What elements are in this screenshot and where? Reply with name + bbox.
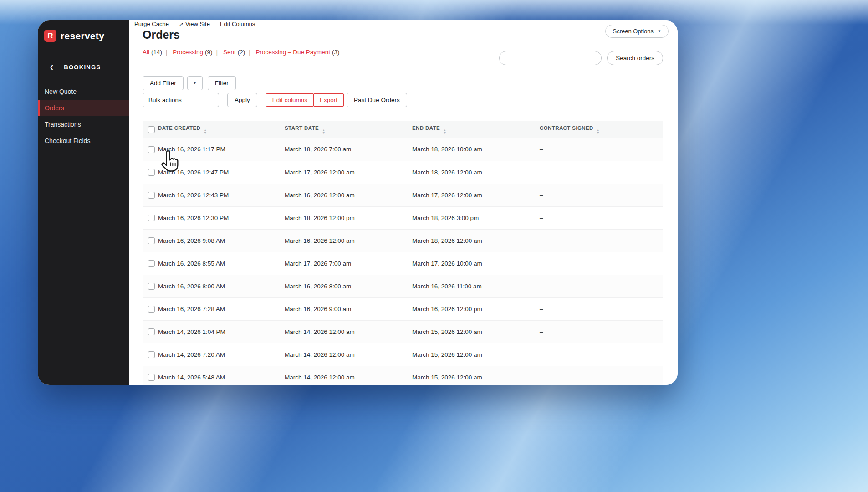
cell-date-created[interactable]: March 16, 2026 9:08 AM [158, 229, 285, 252]
cell-date-created[interactable]: March 16, 2026 12:43 PM [158, 184, 285, 206]
table-row: March 14, 2026 5:48 AM March 14, 2026 12… [143, 366, 663, 385]
chevron-down-icon: ▼ [193, 81, 197, 85]
chevron-left-icon[interactable]: ❮ [50, 64, 54, 70]
cell-date-created[interactable]: March 14, 2026 5:48 AM [158, 366, 285, 385]
filter-separator: | [216, 49, 218, 56]
sidebar-item-label: Transactions [45, 121, 81, 128]
sidebar-item-transactions[interactable]: Transactions [38, 116, 129, 133]
cell-end-date: March 15, 2026 12:00 am [412, 320, 540, 343]
cell-contract-signed: – [540, 275, 663, 297]
table-row: March 16, 2026 12:47 PM March 17, 2026 1… [143, 161, 663, 184]
cell-end-date: March 16, 2026 11:00 am [412, 275, 540, 297]
app-logo[interactable]: R reservety [38, 30, 129, 42]
sidebar-section-bookings[interactable]: ❮ BOOKINGS [38, 64, 129, 71]
cell-contract-signed: – [540, 343, 663, 366]
table-row: March 16, 2026 8:00 AM March 16, 2026 8:… [143, 275, 663, 297]
section-label: BOOKINGS [64, 64, 101, 71]
screen-options-button[interactable]: Screen Options ▼ [605, 25, 669, 38]
status-filter-count: (2) [238, 49, 245, 56]
row-checkbox[interactable] [148, 351, 155, 358]
sidebar-item-label: Orders [45, 104, 64, 112]
row-checkbox[interactable] [148, 169, 155, 176]
status-filter-link[interactable]: Processing – Due Payment(3) [255, 49, 339, 56]
row-checkbox[interactable] [148, 237, 155, 244]
cell-date-created[interactable]: March 16, 2026 12:30 PM [158, 206, 285, 229]
cell-date-created[interactable]: March 14, 2026 7:20 AM [158, 343, 285, 366]
select-all-checkbox[interactable] [148, 126, 155, 133]
orders-table: Date Created▲▼ Start Date▲▼ End Date▲▼ C… [143, 121, 663, 385]
export-button[interactable]: Export [313, 93, 344, 107]
status-filter-label[interactable]: Sent [223, 49, 236, 56]
status-filter-count: (14) [151, 49, 162, 56]
table-row: March 14, 2026 7:20 AM March 14, 2026 12… [143, 343, 663, 366]
cell-contract-signed: – [540, 366, 663, 385]
cell-start-date: March 16, 2026 8:00 am [285, 275, 412, 297]
row-checkbox[interactable] [148, 283, 155, 290]
edit-columns-link[interactable]: Edit Columns [220, 20, 255, 27]
cell-start-date: March 18, 2026 7:00 am [285, 138, 412, 161]
desktop-background: R reservety ❮ BOOKINGS New Quote Orders … [0, 0, 868, 492]
chevron-down-icon: ▼ [658, 29, 661, 33]
cell-start-date: March 14, 2026 12:00 am [285, 320, 412, 343]
cell-start-date: March 16, 2026 12:00 am [285, 229, 412, 252]
toolbar-row-2: Bulk actions Apply Edit columns Export P… [143, 93, 663, 107]
sidebar-item-orders[interactable]: Orders [38, 100, 129, 116]
cell-contract-signed: – [540, 252, 663, 275]
apply-button[interactable]: Apply [227, 93, 257, 107]
cell-contract-signed: – [540, 206, 663, 229]
cell-start-date: March 17, 2026 7:00 am [285, 252, 412, 275]
sidebar-menu: New Quote Orders Transactions Checkout F… [38, 83, 129, 149]
sidebar-item-checkout-fields[interactable]: Checkout Fields [38, 133, 129, 149]
cell-date-created[interactable]: March 16, 2026 7:28 AM [158, 297, 285, 320]
content-area: Orders Screen Options ▼ All(14)| Process… [129, 27, 678, 385]
status-filter-link[interactable]: All(14)| [143, 49, 173, 56]
sidebar-item-label: Checkout Fields [45, 137, 90, 144]
column-header-contract-signed[interactable]: Contract Signed▲▼ [540, 121, 663, 138]
status-filter-link[interactable]: Processing(9)| [173, 49, 223, 56]
cell-date-created[interactable]: March 14, 2026 1:04 PM [158, 320, 285, 343]
column-label: Contract Signed [540, 125, 593, 131]
view-site-link[interactable]: ↗ View Site [179, 20, 210, 27]
status-filter-label[interactable]: Processing – Due Payment [255, 49, 330, 56]
column-header-date-created[interactable]: Date Created▲▼ [158, 121, 285, 138]
status-filter-label[interactable]: All [143, 49, 149, 56]
filter-button[interactable]: Filter [208, 76, 236, 90]
cell-date-created[interactable]: March 16, 2026 12:47 PM [158, 161, 285, 184]
status-filter-label[interactable]: Processing [173, 49, 203, 56]
edit-columns-button[interactable]: Edit columns [266, 93, 314, 107]
cell-contract-signed: – [540, 297, 663, 320]
column-header-start-date[interactable]: Start Date▲▼ [285, 121, 412, 138]
past-due-orders-button[interactable]: Past Due Orders [347, 93, 407, 107]
column-label: End Date [412, 125, 440, 131]
cell-end-date: March 18, 2026 12:00 am [412, 229, 540, 252]
edit-export-group: Edit columns Export [266, 93, 344, 107]
purge-cache-link[interactable]: Purge Cache [134, 20, 169, 27]
row-checkbox[interactable] [148, 260, 155, 267]
search-orders-button[interactable]: Search orders [607, 51, 663, 65]
column-header-end-date[interactable]: End Date▲▼ [412, 121, 540, 138]
view-site-label: View Site [185, 20, 210, 27]
search-orders-input[interactable] [499, 51, 602, 65]
cell-date-created[interactable]: March 16, 2026 8:00 AM [158, 275, 285, 297]
sort-icon[interactable]: ▲▼ [322, 129, 325, 134]
row-checkbox[interactable] [148, 306, 155, 313]
cell-end-date: March 17, 2026 12:00 am [412, 184, 540, 206]
status-filter-count: (9) [205, 49, 213, 56]
bulk-actions-select[interactable]: Bulk actions [143, 93, 219, 107]
status-filter-link[interactable]: Sent(2)| [223, 49, 256, 56]
row-checkbox[interactable] [148, 374, 155, 381]
add-filter-button[interactable]: Add Filter [143, 76, 184, 90]
cell-start-date: March 17, 2026 12:00 am [285, 161, 412, 184]
row-checkbox[interactable] [148, 146, 155, 153]
row-checkbox[interactable] [148, 215, 155, 221]
cell-date-created[interactable]: March 16, 2026 1:17 PM [158, 138, 285, 161]
row-checkbox[interactable] [148, 192, 155, 199]
cell-date-created[interactable]: March 16, 2026 8:55 AM [158, 252, 285, 275]
sort-icon[interactable]: ▲▼ [204, 129, 207, 134]
sort-icon[interactable]: ▲▼ [443, 129, 446, 134]
sidebar-item-new-quote[interactable]: New Quote [38, 83, 129, 100]
cell-start-date: March 18, 2026 12:00 pm [285, 206, 412, 229]
sort-icon[interactable]: ▲▼ [597, 129, 600, 134]
add-filter-dropdown-button[interactable]: ▼ [187, 76, 203, 90]
row-checkbox[interactable] [148, 328, 155, 335]
